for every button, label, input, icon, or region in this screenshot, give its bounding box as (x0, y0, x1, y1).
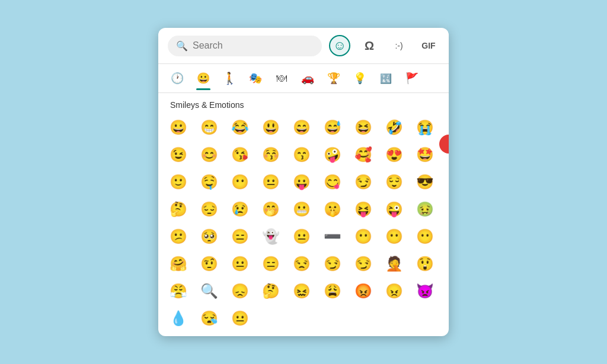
emoji-cell[interactable]: 🙂 (165, 169, 191, 195)
text-face-tab-button[interactable]: :-) (388, 35, 410, 56)
travel-icon: 🚗 (301, 72, 314, 85)
emoji-grid: 😀😁😂😃😄😅😆🤣😭😉😊😘😚😙🤪🥰😍🤩🙂🤤😶😐😛😋😏😌😎🤔😔😢🤭😬🤫😝😜🤢😕🥺😑👻… (158, 114, 449, 336)
search-box[interactable]: 🔍 (168, 36, 322, 56)
search-icon: 🔍 (176, 40, 188, 52)
emoji-cell[interactable]: 😝 (350, 196, 376, 222)
category-bar: 🕐 😀 🚶 🎭 🍽 🚗 🏆 💡 🔣 🚩 (158, 64, 449, 93)
emoji-cell[interactable]: 🤪 (320, 142, 346, 168)
emoji-cell[interactable]: 😔 (196, 196, 222, 222)
emoji-cell[interactable]: 😑 (258, 251, 284, 277)
category-smileys[interactable]: 😀 (191, 66, 215, 90)
picker-header: 🔍 ☺ Ω :-) GIF (158, 28, 449, 64)
category-symbols[interactable]: 💡 (348, 66, 372, 90)
emoji-cell[interactable]: 🤔 (165, 196, 191, 222)
emoji-cell[interactable]: 😐 (227, 251, 253, 277)
emoji-cell[interactable]: 😄 (289, 114, 315, 141)
emoji-cell[interactable]: 😎 (412, 169, 438, 195)
emoji-cell[interactable]: 😏 (350, 169, 376, 195)
emoji-cell[interactable]: 🤨 (196, 251, 222, 277)
emoji-cell[interactable]: 😶 (350, 223, 376, 250)
activities-icon: 🎭 (249, 72, 262, 85)
emoji-cell[interactable]: 🤩 (412, 142, 438, 168)
emoji-cell[interactable]: 🥰 (350, 142, 376, 168)
emoji-cell[interactable]: 😏 (350, 251, 376, 277)
text-face-icon: :-) (395, 41, 402, 50)
emoji-cell[interactable]: 😞 (227, 278, 253, 304)
category-flags[interactable]: 🚩 (400, 66, 424, 90)
emoji-cell[interactable]: 😘 (227, 142, 253, 168)
category-activities[interactable]: 🎭 (244, 66, 267, 90)
emoji-cell[interactable]: 😬 (289, 196, 315, 222)
special-icon: 🔣 (380, 73, 392, 84)
emoji-cell[interactable]: 😙 (289, 142, 315, 168)
gif-tab-button[interactable]: GIF (418, 35, 439, 56)
symbols-icon: 💡 (353, 72, 366, 85)
header-icons: ☺ Ω :-) GIF (329, 35, 439, 56)
emoji-cell[interactable]: 😪 (196, 305, 222, 331)
emoji-cell[interactable]: 😚 (258, 142, 284, 168)
emoji-cell[interactable]: 😁 (196, 114, 222, 141)
section-title: Smileys & Emotions (158, 93, 449, 114)
emoji-cell[interactable]: 🤭 (258, 196, 284, 222)
emoji-cell[interactable]: 😐 (289, 223, 315, 250)
emoji-cell[interactable]: 🤣 (381, 114, 407, 141)
emoji-cell[interactable]: 🤗 (165, 251, 191, 277)
emoji-cell[interactable]: 😶 (381, 223, 407, 250)
smiley-tab-button[interactable]: ☺ (329, 35, 350, 56)
emoji-cell[interactable]: 👿 (412, 278, 438, 304)
emoji-cell[interactable]: 😭 (412, 114, 438, 141)
emoji-cell[interactable]: 😍 (381, 142, 407, 168)
category-objects[interactable]: 🏆 (322, 66, 346, 90)
people-icon: 🚶 (222, 71, 237, 85)
emoji-cell[interactable]: 😶 (412, 223, 438, 250)
emoji-cell[interactable]: 😀 (165, 114, 191, 141)
omega-tab-button[interactable]: Ω (359, 35, 380, 56)
emoji-cell[interactable]: 😤 (165, 278, 191, 304)
emoji-cell[interactable]: 🥺 (196, 223, 222, 250)
search-input[interactable] (193, 40, 314, 51)
objects-icon: 🏆 (327, 72, 340, 85)
emoji-cell[interactable]: 😐 (227, 305, 253, 331)
category-recent[interactable]: 🕐 (165, 66, 189, 90)
category-special[interactable]: 🔣 (374, 66, 398, 90)
emoji-cell[interactable]: 😛 (289, 169, 315, 195)
emoji-cell[interactable]: 🤢 (412, 196, 438, 222)
emoji-cell[interactable]: 😕 (165, 223, 191, 250)
emoji-cell[interactable]: 😜 (381, 196, 407, 222)
emoji-cell[interactable]: 😂 (227, 114, 253, 141)
emoji-cell[interactable]: 😖 (289, 278, 315, 304)
emoji-cell[interactable]: 😡 (350, 278, 376, 304)
emoji-cell[interactable]: 😆 (350, 114, 376, 141)
emoji-cell[interactable]: 🤔 (258, 278, 284, 304)
emoji-cell[interactable]: 🤫 (320, 196, 346, 222)
emoji-cell[interactable]: 😐 (258, 169, 284, 195)
emoji-cell[interactable]: 😊 (196, 142, 222, 168)
category-people[interactable]: 🚶 (218, 66, 241, 90)
emoji-cell[interactable]: 😋 (320, 169, 346, 195)
category-food[interactable]: 🍽 (270, 66, 293, 90)
omega-icon: Ω (365, 39, 374, 53)
emoji-cell[interactable]: 🤦 (381, 251, 407, 277)
flags-icon: 🚩 (405, 72, 418, 85)
emoji-cell[interactable]: 😩 (320, 278, 346, 304)
emoji-cell[interactable]: 😒 (289, 251, 315, 277)
emoji-cell[interactable]: 😌 (381, 169, 407, 195)
emoji-cell[interactable]: 💧 (165, 305, 191, 331)
emoji-cell[interactable]: 🤤 (196, 169, 222, 195)
emoji-cell[interactable]: 😉 (165, 142, 191, 168)
emoji-cell[interactable]: 😠 (381, 278, 407, 304)
recent-icon: 🕐 (171, 72, 184, 85)
emoji-cell[interactable]: 😲 (412, 251, 438, 277)
emoji-cell[interactable]: 😑 (227, 223, 253, 250)
emoji-cell[interactable]: 😢 (227, 196, 253, 222)
emoji-cell[interactable]: 😃 (258, 114, 284, 141)
emoji-cell[interactable]: 🔍 (196, 278, 222, 304)
emoji-cell[interactable]: 😶 (227, 169, 253, 195)
category-travel[interactable]: 🚗 (296, 66, 320, 90)
emoji-cell[interactable]: 👻 (258, 223, 284, 250)
emoji-cell[interactable]: 😅 (320, 114, 346, 141)
emoji-cell[interactable]: ➖ (320, 223, 346, 250)
food-icon: 🍽 (276, 72, 287, 85)
emoji-cell[interactable]: 😏 (320, 251, 346, 277)
gif-icon: GIF (421, 41, 435, 50)
